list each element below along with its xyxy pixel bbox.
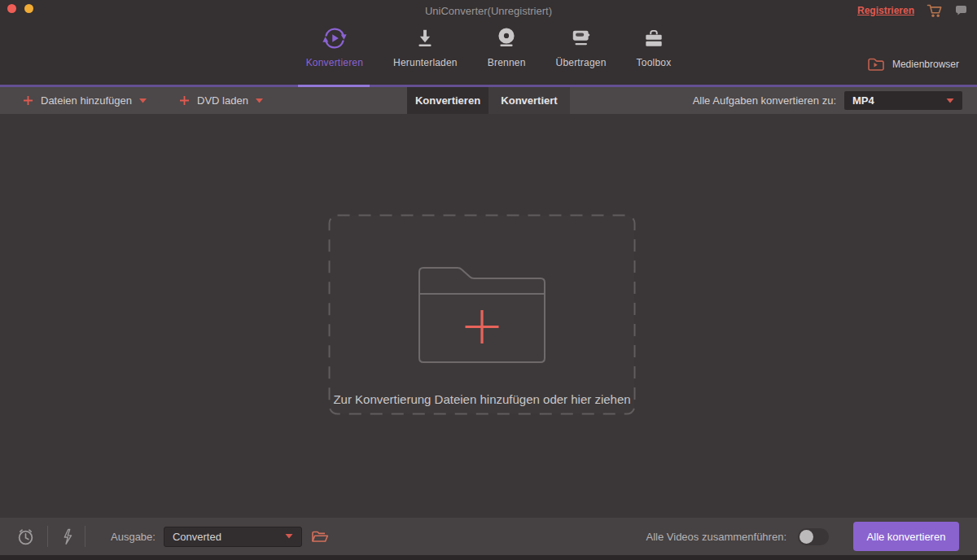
task-list-area: Zur Konvertierung Dateien hinzufügen ode… bbox=[0, 114, 977, 518]
divider bbox=[47, 526, 48, 547]
register-link[interactable]: Registrieren bbox=[857, 5, 914, 16]
convert-icon bbox=[322, 25, 347, 51]
download-icon bbox=[414, 25, 436, 51]
titlebar-actions: Registrieren bbox=[857, 2, 967, 19]
add-files-label: Dateien hinzufügen bbox=[41, 94, 132, 107]
main-nav: Konvertieren Herunterladen bbox=[0, 25, 977, 68]
file-dropzone[interactable]: Zur Konvertierung Dateien hinzufügen ode… bbox=[328, 214, 636, 415]
media-browser-button[interactable]: Medienbrowser bbox=[867, 57, 959, 71]
output-folder-dropdown[interactable]: Converted bbox=[164, 527, 302, 547]
plus-icon bbox=[179, 95, 190, 106]
toolbox-icon bbox=[642, 25, 665, 51]
folder-play-icon bbox=[867, 57, 885, 71]
uniconverter-window: UniConverter(Unregistriert) Registrieren bbox=[0, 0, 977, 560]
open-output-folder-icon[interactable] bbox=[311, 530, 329, 544]
add-files-button[interactable]: Dateien hinzufügen bbox=[23, 94, 147, 107]
footer-right: Alle Videos zusammenführen: Alle konvert… bbox=[646, 518, 959, 555]
footer-left: Ausgabe: Converted bbox=[16, 518, 329, 555]
plus-icon bbox=[23, 95, 33, 106]
chevron-down-icon bbox=[946, 98, 954, 103]
output-folder-value: Converted bbox=[173, 531, 221, 543]
window-bottom-edge bbox=[0, 555, 977, 560]
merge-videos-toggle[interactable] bbox=[798, 528, 829, 545]
header: UniConverter(Unregistriert) Registrieren bbox=[0, 0, 977, 85]
tab-label: Konvertieren bbox=[306, 57, 363, 68]
tab-brennen[interactable]: Brennen bbox=[488, 25, 526, 68]
convert-all-button[interactable]: Alle konvertieren bbox=[853, 522, 959, 551]
tab-toolbox[interactable]: Toolbox bbox=[637, 25, 672, 68]
toggle-knob bbox=[800, 530, 813, 544]
tab-konvertieren[interactable]: Konvertieren bbox=[306, 25, 363, 68]
output-format-dropdown[interactable]: MP4 bbox=[844, 91, 962, 110]
chevron-down-icon bbox=[285, 534, 293, 539]
chevron-down-icon bbox=[139, 98, 147, 103]
chat-icon[interactable] bbox=[955, 5, 967, 16]
output-format-value: MP4 bbox=[852, 94, 874, 107]
output-label: Ausgabe: bbox=[111, 531, 156, 543]
tab-label: Brennen bbox=[488, 57, 526, 68]
tab-uebertragen[interactable]: Übertragen bbox=[556, 25, 607, 68]
toolbar-left: Dateien hinzufügen DVD laden bbox=[23, 87, 263, 114]
load-dvd-label: DVD laden bbox=[197, 94, 248, 107]
tab-label: Toolbox bbox=[637, 57, 672, 68]
toolbar-right: Alle Aufgaben konvertieren zu: MP4 bbox=[693, 87, 962, 114]
schedule-icon[interactable] bbox=[16, 527, 35, 546]
dropzone-hint: Zur Konvertierung Dateien hinzufügen ode… bbox=[328, 392, 636, 406]
tab-herunterladen[interactable]: Herunterladen bbox=[393, 25, 458, 68]
chevron-down-icon bbox=[256, 98, 263, 103]
burn-icon bbox=[495, 25, 518, 51]
footer-bar: Ausgabe: Converted Alle Videos zusammenf… bbox=[0, 518, 977, 555]
toolbar: Dateien hinzufügen DVD laden Konvertiere… bbox=[0, 87, 977, 114]
view-switcher: Konvertieren Konvertiert bbox=[407, 87, 570, 114]
convert-all-to-label: Alle Aufgaben konvertieren zu: bbox=[693, 94, 836, 107]
merge-videos-label: Alle Videos zusammenführen: bbox=[646, 531, 786, 543]
tab-label: Übertragen bbox=[556, 57, 607, 68]
view-tab-konvertiert[interactable]: Konvertiert bbox=[488, 87, 570, 114]
high-speed-icon[interactable] bbox=[60, 528, 72, 545]
media-browser-label: Medienbrowser bbox=[892, 59, 959, 70]
view-tab-konvertieren[interactable]: Konvertieren bbox=[407, 87, 488, 114]
load-dvd-button[interactable]: DVD laden bbox=[179, 94, 263, 107]
add-folder-icon bbox=[413, 261, 551, 367]
tab-label: Herunterladen bbox=[393, 57, 458, 68]
divider bbox=[85, 526, 85, 547]
window-title: UniConverter(Unregistriert) bbox=[0, 5, 977, 17]
transfer-icon bbox=[570, 25, 593, 51]
cart-icon[interactable] bbox=[927, 3, 943, 18]
